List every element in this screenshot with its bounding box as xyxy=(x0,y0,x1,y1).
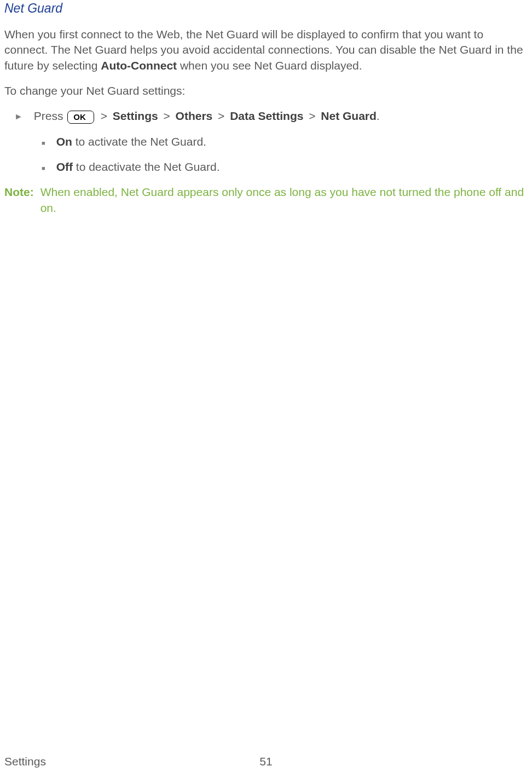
triangle-bullet-icon: ► xyxy=(14,111,23,123)
crumb-net-guard: Net Guard xyxy=(321,110,377,122)
note-text: When enabled, Net Guard appears only onc… xyxy=(41,185,528,216)
footer-page-number: 51 xyxy=(259,754,272,769)
change-settings-text: To change your Net Guard settings: xyxy=(4,83,528,99)
square-bullet-icon: ■ xyxy=(42,164,45,175)
note-label: Note: xyxy=(4,185,34,216)
intro-paragraph: When you first connect to the Web, the N… xyxy=(4,27,528,73)
square-bullet-icon: ■ xyxy=(42,139,45,149)
crumb-sep-3: > xyxy=(215,110,228,122)
bullet-off-content: Off to deactivate the Net Guard. xyxy=(56,159,220,175)
auto-connect-label: Auto-Connect xyxy=(101,59,177,72)
off-text: to deactivate the Net Guard. xyxy=(73,160,220,173)
crumb-sep-4: > xyxy=(305,110,319,122)
crumb-settings: Settings xyxy=(113,110,158,122)
bullet-off: ■ Off to deactivate the Net Guard. xyxy=(42,159,528,175)
crumb-data-settings: Data Settings xyxy=(230,110,303,122)
note-row: Note: When enabled, Net Guard appears on… xyxy=(4,185,528,216)
section-heading: Net Guard xyxy=(4,0,528,17)
footer-section-name: Settings xyxy=(4,754,46,769)
crumb-sep-1: > xyxy=(97,110,111,122)
period: . xyxy=(377,110,380,122)
off-label: Off xyxy=(56,160,73,173)
on-text: to activate the Net Guard. xyxy=(72,135,206,148)
crumb-others: Others xyxy=(176,110,213,122)
intro-text-2: when you see Net Guard displayed. xyxy=(177,59,362,72)
page-footer: Settings 51 xyxy=(4,754,528,769)
ok-button-graphic: OK xyxy=(67,111,94,124)
instruction-row: ► Press OK > Settings > Others > Data Se… xyxy=(14,108,528,124)
bullet-on: ■ On to activate the Net Guard. xyxy=(42,134,528,149)
bullet-on-content: On to activate the Net Guard. xyxy=(56,134,206,149)
instruction-content: Press OK > Settings > Others > Data Sett… xyxy=(34,108,380,124)
crumb-sep-2: > xyxy=(160,110,174,122)
press-label: Press xyxy=(34,110,67,122)
on-label: On xyxy=(56,135,72,148)
